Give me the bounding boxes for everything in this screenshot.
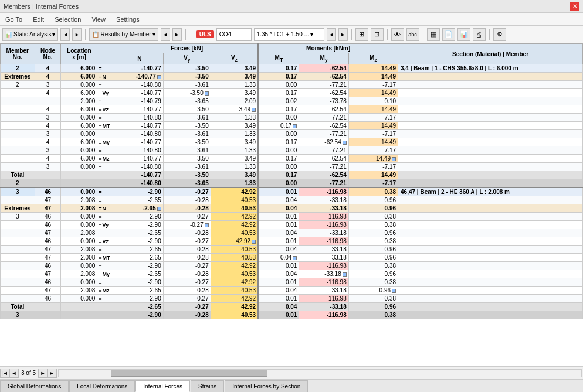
analysis-prev[interactable]: ◄ — [60, 28, 70, 41]
formula-dropdown[interactable]: 1.35 * LC1 + 1.50 ... ▾ — [254, 28, 324, 41]
col-location: 0.000 — [61, 295, 97, 303]
col-label — [97, 311, 116, 319]
print-btn[interactable]: 🖨 — [473, 28, 486, 41]
menu-settings[interactable]: Settings — [114, 15, 141, 23]
col-location: 0.000 — [61, 163, 97, 171]
export2-btn[interactable]: 📊 — [457, 28, 470, 41]
grid-icon-btn[interactable]: ⊡ — [371, 28, 384, 41]
col-label: = — [97, 188, 116, 196]
analysis-mode-btn[interactable]: 📊 Static Analysis ▾ — [2, 28, 58, 41]
table-cell: 0.10 — [348, 97, 398, 105]
col-member: 2 — [1, 64, 35, 73]
col-location: 0.000 — [61, 213, 97, 221]
col-section — [398, 146, 583, 155]
table-cell: -2.65 — [116, 196, 163, 204]
table-cell: 0.38 — [348, 188, 398, 196]
more-btn[interactable]: ⚙ — [493, 28, 506, 41]
table-cell: -3.50 — [163, 171, 211, 179]
tab-internal-forces-section[interactable]: Internal Forces by Section — [225, 380, 308, 392]
table-cell: 0.04 — [258, 287, 299, 295]
co4-dropdown[interactable]: CO4 — [216, 28, 252, 41]
results-mode-btn[interactable]: 📋 Results by Member ▾ — [89, 28, 158, 41]
table-cell: -2.90 — [116, 213, 163, 221]
page-prev[interactable]: ◄ — [9, 369, 19, 378]
col-label: = — [97, 114, 116, 122]
table-cell: -77.21 — [299, 146, 348, 155]
results-table: Member No. Node No. Location x [m] Force… — [0, 43, 583, 319]
abc-btn[interactable]: abc — [406, 28, 419, 41]
bottom-bar: |◄ ◄ 3 of 5 ► ►| — [0, 366, 583, 379]
table-cell: 0.04 — [258, 303, 299, 311]
uls-badge: ULS — [196, 30, 214, 38]
table-cell: 0.01 — [258, 221, 299, 229]
col-header-my: My — [299, 53, 348, 64]
table-cell: -77.21 — [299, 130, 348, 138]
table-cell: 42.92 — [211, 262, 258, 270]
col-member: 2 — [1, 179, 35, 188]
table-cell: -2.90 — [116, 221, 163, 229]
view1-btn[interactable]: 👁 — [391, 28, 404, 41]
col-node: 3 — [35, 163, 61, 171]
table-cell: -0.28 — [163, 254, 211, 262]
table-cell: -2.90 — [116, 311, 163, 319]
col-member: 3 — [1, 188, 35, 196]
table-cell: 0.17 — [258, 73, 299, 81]
table-cell: -2.90 — [116, 237, 163, 246]
close-button[interactable]: ✕ — [570, 2, 579, 11]
tab-internal-forces[interactable]: Internal Forces — [135, 380, 190, 392]
tab-strains[interactable]: Strains — [191, 380, 224, 392]
table-cell: -33.18 — [299, 204, 348, 213]
table-cell: 42.92 — [211, 213, 258, 221]
col-location — [61, 171, 97, 179]
analysis-next[interactable]: ► — [72, 28, 82, 41]
col-label: =Mz — [97, 287, 116, 295]
table-cell: -62.54 — [299, 73, 348, 81]
menu-selection[interactable]: Selection — [53, 15, 83, 23]
tab-global-deformations[interactable]: Global Deformations — [0, 380, 69, 392]
table-cell: -2.65 — [116, 303, 163, 311]
page-next[interactable]: ► — [38, 369, 48, 378]
bottom-tabs: Global Deformations Local Deformations I… — [0, 379, 583, 392]
col-member — [1, 295, 35, 303]
formula-next[interactable]: ► — [338, 28, 348, 41]
col-location — [61, 311, 97, 319]
col-section — [398, 171, 583, 179]
table-cell: -140.79 — [116, 97, 163, 105]
table-cell: 40.53 — [211, 246, 258, 254]
table-cell: -140.77 — [116, 64, 163, 73]
sep4 — [387, 29, 388, 40]
page-first[interactable]: |◄ — [0, 369, 9, 378]
table-cell: 0.38 — [348, 262, 398, 270]
col-location: 2.008 — [61, 204, 97, 213]
menu-view[interactable]: View — [90, 15, 107, 23]
table-cell: 0.38 — [348, 237, 398, 246]
col-label: =My — [97, 138, 116, 146]
col-label: = — [97, 163, 116, 171]
col-header-section: Section (Material) | Member — [398, 44, 583, 64]
menu-goto[interactable]: Go To — [4, 15, 24, 23]
scrollbar-thumb[interactable] — [111, 370, 267, 377]
table-area[interactable]: Member No. Node No. Location x [m] Force… — [0, 43, 583, 366]
table-cell: 0.00 — [258, 114, 299, 122]
col-section — [398, 295, 583, 303]
table-cell: -62.54 — [299, 64, 348, 73]
col-section: 46,47 | Beam | 2 - HE 360 A | L : 2.008 … — [398, 188, 583, 196]
col-location: 0.000 — [61, 81, 97, 89]
table-cell: -33.18 — [299, 196, 348, 204]
results-next[interactable]: ► — [172, 28, 182, 41]
col-node: 3 — [35, 114, 61, 122]
col-node: 47 — [35, 270, 61, 278]
table-cell: 0.96 — [348, 246, 398, 254]
table-btn[interactable]: ▦ — [427, 28, 440, 41]
export1-btn[interactable]: 📄 — [442, 28, 455, 41]
table-cell: 3.49 — [211, 89, 258, 97]
filter-icon-btn[interactable]: ⊞ — [355, 28, 368, 41]
table-cell: -77.21 — [299, 163, 348, 171]
results-prev[interactable]: ◄ — [161, 28, 170, 41]
formula-prev[interactable]: ◄ — [327, 28, 336, 41]
menu-edit[interactable]: Edit — [31, 15, 46, 23]
table-cell: -7.17 — [348, 114, 398, 122]
horizontal-scrollbar[interactable] — [58, 369, 582, 377]
page-last[interactable]: ►| — [48, 369, 57, 378]
tab-local-deformations[interactable]: Local Deformations — [69, 380, 135, 392]
